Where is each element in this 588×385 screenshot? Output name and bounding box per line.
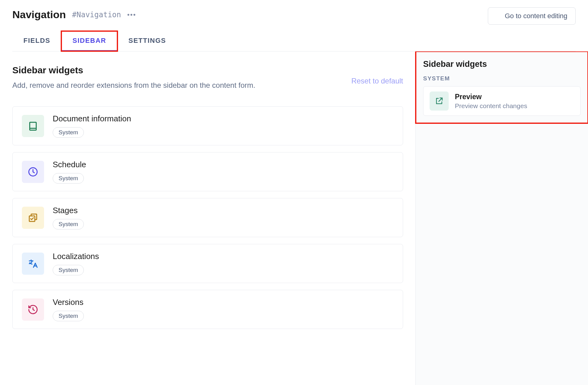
widget-card-document-information[interactable]: Document information System [12, 106, 403, 145]
widget-card-localizations[interactable]: Localizations System [12, 244, 403, 283]
history-icon [22, 298, 44, 321]
translate-icon [22, 253, 44, 275]
widget-badge: System [53, 311, 84, 321]
cta-label: Go to content editing [505, 12, 567, 20]
widget-name: Document information [53, 114, 131, 124]
page-hash: #Navigation [72, 10, 121, 19]
clock-icon [22, 161, 44, 183]
more-menu-icon[interactable]: ••• [127, 11, 136, 18]
reset-to-default-button[interactable]: Reset to default [341, 77, 403, 85]
widget-badge: System [53, 265, 84, 275]
page-title: Navigation [12, 9, 66, 21]
external-link-icon [430, 91, 449, 111]
widget-card-stages[interactable]: Stages System [12, 198, 403, 237]
panel-section-label: SYSTEM [423, 75, 581, 82]
widget-badge: System [53, 127, 84, 138]
tab-settings[interactable]: SETTINGS [117, 31, 177, 51]
widget-list: Document information System [12, 106, 403, 329]
widget-card-versions[interactable]: Versions System [12, 290, 403, 329]
widget-name: Stages [53, 206, 84, 215]
svg-rect-0 [30, 122, 36, 130]
widget-badge: System [53, 173, 84, 184]
tab-sidebar[interactable]: SIDEBAR [61, 31, 117, 51]
reset-label: Reset to default [351, 77, 403, 85]
section-subtitle: Add, remove and reorder extensions from … [12, 80, 341, 91]
stages-icon [22, 207, 44, 229]
panel-card-desc: Preview content changes [455, 102, 527, 110]
section-title: Sidebar widgets [12, 65, 341, 75]
widget-badge: System [53, 219, 84, 229]
refresh-icon [341, 78, 348, 84]
right-panel: Sidebar widgets SYSTEM Preview [415, 51, 588, 385]
widget-name: Versions [53, 298, 84, 307]
widget-card-schedule[interactable]: Schedule System [12, 152, 403, 191]
go-to-content-button[interactable]: Go to content editing [488, 7, 576, 25]
widget-name: Schedule [53, 160, 86, 169]
document-icon [22, 115, 44, 137]
arrow-up-right-icon [496, 14, 501, 18]
panel-card-preview[interactable]: Preview Preview content changes [423, 86, 581, 116]
widget-name: Localizations [53, 252, 99, 261]
tab-bar: FIELDS SIDEBAR SETTINGS [12, 31, 576, 51]
panel-card-name: Preview [455, 93, 527, 101]
page-header: Navigation #Navigation ••• Go to content… [0, 0, 588, 51]
tab-fields[interactable]: FIELDS [12, 31, 61, 51]
panel-title: Sidebar widgets [423, 59, 581, 69]
